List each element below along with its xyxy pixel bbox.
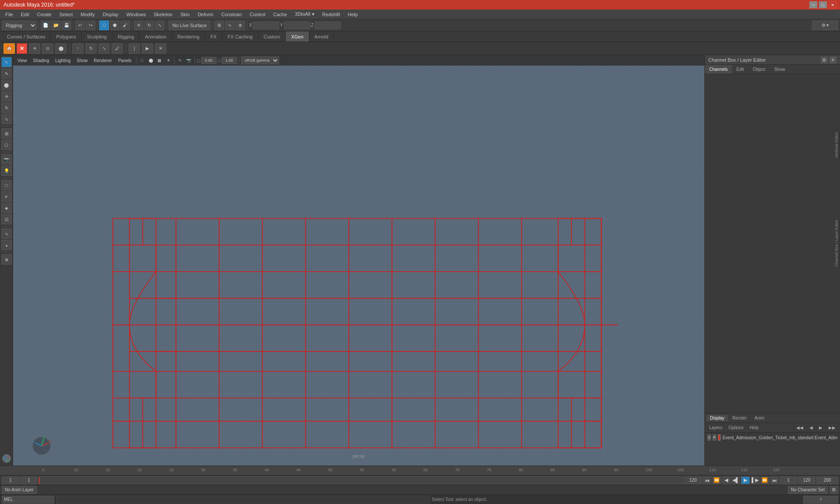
tab-rendering[interactable]: Rendering <box>172 32 205 42</box>
select-tool-btn[interactable]: ⬡ <box>99 21 109 30</box>
xgen-btn-3[interactable]: ⬤ <box>55 43 66 54</box>
next-anim-btn[interactable]: ▶▶ <box>826 425 838 430</box>
tab-rigging[interactable]: Rigging <box>112 32 140 42</box>
tab-animation[interactable]: Animation <box>140 32 172 42</box>
render-tool[interactable]: ◈ <box>1 203 12 213</box>
save-scene-btn[interactable]: 💾 <box>62 21 71 30</box>
layer-tab-display[interactable]: Display <box>707 415 728 421</box>
select-tool[interactable]: ↖ <box>1 57 12 67</box>
menu-modify[interactable]: Modify <box>77 11 98 18</box>
max-frame-input[interactable] <box>816 476 838 484</box>
tab-fx-caching[interactable]: FX Caching <box>222 32 258 42</box>
mode-dropdown[interactable]: Rigging Animation Modeling <box>2 21 37 30</box>
play-back-btn[interactable]: ◀▌ <box>732 476 740 484</box>
ch-tab-edit[interactable]: Edit <box>732 65 748 74</box>
vp-textured-btn[interactable]: ▦ <box>156 56 164 64</box>
new-scene-btn[interactable]: 📄 <box>41 21 50 30</box>
menu-select[interactable]: Select <box>56 11 77 18</box>
tab-xgen[interactable]: XGen <box>286 32 309 42</box>
vp-panels-menu[interactable]: Panels <box>116 57 134 64</box>
layer-tab-render[interactable]: Render <box>729 415 750 421</box>
layer-tool[interactable]: ≡ <box>1 191 12 202</box>
options-menu-btn[interactable]: Options <box>726 425 746 430</box>
layer-row-default[interactable]: V P Event_Admission_Golden_Ticket_mb_sta… <box>706 434 839 441</box>
xgen-btn-1[interactable]: ☀ <box>29 43 40 54</box>
undo-btn[interactable]: ↩ <box>75 21 85 30</box>
scale-tool-btn[interactable]: ⤡ <box>155 21 164 30</box>
vp-select-mask[interactable]: ↖ <box>176 56 184 64</box>
vp-x-input[interactable] <box>201 57 217 64</box>
grid-tool[interactable]: ⊡ <box>1 214 12 224</box>
menu-help[interactable]: Help <box>344 11 361 18</box>
menu-3dtoall[interactable]: 3DtoAll ▾ <box>291 10 318 18</box>
range-end-input[interactable] <box>798 476 816 484</box>
xgen-move-btn[interactable]: ↑ <box>72 43 84 54</box>
xgen-paint-btn[interactable]: 🖊 <box>112 43 123 54</box>
menu-windows[interactable]: Windows <box>123 11 150 18</box>
move-tool-lt[interactable]: ✛ <box>1 91 12 102</box>
no-live-surface[interactable]: No Live Surface <box>168 21 210 30</box>
command-input[interactable] <box>56 496 430 504</box>
light-tool[interactable]: 💡 <box>1 165 12 176</box>
move-tool-btn[interactable]: ✛ <box>134 21 144 30</box>
prev-anim-btn[interactable]: ◀◀ <box>794 425 806 430</box>
xgen-preview-btn[interactable]: ▶ <box>142 43 153 54</box>
display-tool[interactable]: □ <box>1 180 12 190</box>
tab-sculpting[interactable]: Sculpting <box>82 32 112 42</box>
vp-show-menu[interactable]: Show <box>74 57 90 64</box>
menu-file[interactable]: File <box>2 11 17 18</box>
layer-vis-v[interactable]: V <box>707 434 711 441</box>
lasso-tool-btn[interactable]: ⬟ <box>110 21 119 30</box>
snap-tool[interactable]: ⊞ <box>1 128 12 139</box>
xgen-btn-2[interactable]: ⊙ <box>42 43 53 54</box>
xgen-scale-btn[interactable]: ⤡ <box>98 43 110 54</box>
play-fwd-btn[interactable]: ▶ <box>741 476 750 484</box>
scale-tool-lt[interactable]: ⤡ <box>1 114 12 124</box>
soft-mod-tool[interactable]: ⬡ <box>1 140 12 150</box>
paint-tool-btn[interactable]: 🖌 <box>120 21 130 30</box>
xgen-delete-btn[interactable]: ✕ <box>155 43 166 54</box>
range-start-input[interactable] <box>780 476 797 484</box>
misc-btn-lt[interactable]: ⊕ <box>1 254 12 265</box>
next-key-btn[interactable]: ▶ <box>816 425 825 430</box>
timeline-scrubber[interactable] <box>38 476 683 484</box>
menu-control[interactable]: Control <box>246 11 269 18</box>
menu-edit[interactable]: Edit <box>18 11 33 18</box>
channel-box-layer-editor-tab[interactable]: Channel Box / Layer Editor <box>833 219 840 268</box>
go-start-btn[interactable]: ⏮ <box>703 476 711 484</box>
menu-cache[interactable]: Cache <box>270 11 290 18</box>
start-frame-input[interactable] <box>2 476 19 484</box>
vp-lighting-menu[interactable]: Lighting <box>52 57 73 64</box>
next-key-play-btn[interactable]: ⏩ <box>760 476 769 484</box>
curve-tool-lt[interactable]: ∿ <box>1 228 12 239</box>
tab-fx[interactable]: FX <box>205 32 222 42</box>
vp-renderer-menu[interactable]: Renderer <box>91 57 115 64</box>
paint-tool[interactable]: ✎ <box>1 68 12 79</box>
vp-y-input[interactable] <box>222 57 237 64</box>
prev-key-play-btn[interactable]: ⏪ <box>712 476 721 484</box>
sculpt-tool[interactable]: ⬤ <box>1 80 12 90</box>
layer-vis-p[interactable]: P <box>713 434 716 441</box>
viewport[interactable]: View Shading Lighting Show Renderer Pane… <box>13 55 704 466</box>
ch-tab-object[interactable]: Object <box>749 65 770 74</box>
anim-layer-btn[interactable]: No Anim Layer <box>2 486 37 494</box>
render-settings-btn[interactable]: ⚙ ▾ <box>812 21 838 30</box>
camera-tool[interactable]: 📷 <box>1 154 12 164</box>
channel-expand-btn[interactable]: ⊞ <box>821 56 828 63</box>
vp-wireframe-btn[interactable]: □ <box>138 56 146 64</box>
tab-polygons[interactable]: Polygons <box>51 32 81 42</box>
menu-create[interactable]: Create <box>34 11 55 18</box>
layer-tab-anim[interactable]: Anim <box>751 415 768 421</box>
ch-tab-channels[interactable]: Channels <box>705 65 732 74</box>
menu-redshift[interactable]: Redshift <box>319 11 343 18</box>
menu-constrain[interactable]: Constrain <box>218 11 245 18</box>
snap-curve-btn[interactable]: ∿ <box>225 21 234 30</box>
menu-skeleton[interactable]: Skeleton <box>150 11 176 18</box>
vp-light-btn[interactable]: ☀ <box>164 56 172 64</box>
attribute-editor-tab[interactable]: Attribute Editor <box>833 131 840 159</box>
help-menu-btn[interactable]: Help <box>747 425 761 430</box>
maximize-button[interactable]: □ <box>819 1 827 8</box>
close-button[interactable]: ✕ <box>829 1 836 8</box>
channel-close-btn[interactable]: ✕ <box>830 56 836 63</box>
open-scene-btn[interactable]: 📂 <box>51 21 61 30</box>
